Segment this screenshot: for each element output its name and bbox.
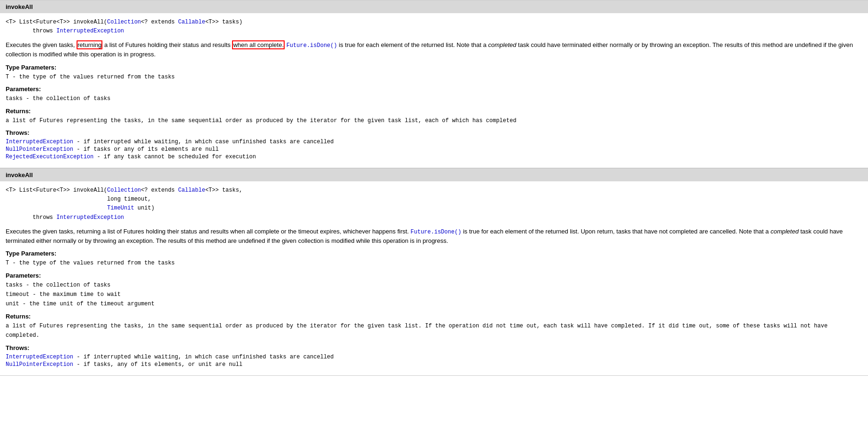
future-isdone-2: Future.isDone() bbox=[411, 229, 461, 235]
returns-label-1: Returns: bbox=[6, 108, 862, 115]
signature-2: <T> List<Future<T>> invokeAll(Collection… bbox=[6, 186, 862, 222]
throw-item-1: InterruptedException - if interrupted wh… bbox=[6, 138, 862, 145]
params-label-2: Parameters: bbox=[6, 272, 862, 279]
rejected-execution-exception-link-1[interactable]: RejectedExecutionException bbox=[6, 154, 93, 160]
null-pointer-exception-link-2[interactable]: NullPointerException bbox=[6, 361, 73, 368]
returns-value-2: a list of Futures representing the tasks… bbox=[6, 321, 862, 341]
sig2-line2: long timeout, bbox=[6, 196, 151, 202]
returns-label-2: Returns: bbox=[6, 313, 862, 320]
sig-callable-link[interactable]: Callable bbox=[178, 19, 205, 25]
param-tasks-2: tasks - the collection of tasks bbox=[6, 280, 862, 290]
throw-text-4: - if interrupted while waiting, in which… bbox=[73, 354, 334, 360]
throw-item-5: NullPointerException - if tasks, any of … bbox=[6, 360, 862, 368]
params-label-1: Parameters: bbox=[6, 85, 862, 93]
type-params-label-1: Type Parameters: bbox=[6, 64, 862, 71]
param-timeout-2: timeout - the maximum time to wait bbox=[6, 290, 862, 299]
params-value-1: tasks - the collection of tasks bbox=[6, 94, 862, 103]
type-params-value-1: T - the type of the values returned from… bbox=[6, 72, 862, 82]
sig2-line1: <T> List<Future<T>> invokeAll(Collection… bbox=[6, 187, 242, 194]
params-list-2: tasks - the collection of tasks timeout … bbox=[6, 280, 862, 309]
sig2-interrupted-link[interactable]: InterruptedException bbox=[56, 214, 124, 221]
type-params-value-2: T - the type of the values returned from… bbox=[6, 258, 862, 268]
section-body-1: <T> List<Future<T>> invokeAll(Collection… bbox=[0, 13, 868, 168]
sig2-line3: TimeUnit unit) bbox=[6, 205, 155, 211]
signature-1: <T> List<Future<T>> invokeAll(Collection… bbox=[6, 18, 862, 36]
section-invokeall-2: invokeAll <T> List<Future<T>> invokeAll(… bbox=[0, 168, 868, 376]
type-params-label-2: Type Parameters: bbox=[6, 250, 862, 257]
sig2-throws: throws InterruptedException bbox=[6, 214, 124, 221]
throw-text-5: - if tasks, any of its elements, or unit… bbox=[73, 361, 242, 368]
section-header-2: invokeAll bbox=[0, 168, 868, 181]
throw-text-1: - if interrupted while waiting, in which… bbox=[73, 139, 334, 145]
sig2-timeunit-link[interactable]: TimeUnit bbox=[107, 205, 134, 211]
throw-item-3: RejectedExecutionException - if any task… bbox=[6, 153, 862, 160]
sig2-collection-link[interactable]: Collection bbox=[107, 187, 141, 194]
sig-line1: <T> List<Future<T>> invokeAll(Collection… bbox=[6, 19, 242, 25]
future-isdone-1: Future.isDone() bbox=[287, 42, 337, 49]
throws-label-1: Throws: bbox=[6, 129, 862, 136]
throw-item-4: InterruptedException - if interrupted wh… bbox=[6, 353, 862, 360]
sig-interrupted-link[interactable]: InterruptedException bbox=[56, 28, 124, 34]
throws-list-2: InterruptedException - if interrupted wh… bbox=[6, 353, 862, 368]
interrupted-exception-link-2[interactable]: InterruptedException bbox=[6, 354, 73, 360]
sig-throws: throws InterruptedException bbox=[6, 28, 124, 34]
interrupted-exception-link-1[interactable]: InterruptedException bbox=[6, 139, 73, 145]
section-invokeall-1: invokeAll <T> List<Future<T>> invokeAll(… bbox=[0, 0, 868, 168]
throws-list-1: InterruptedException - if interrupted wh… bbox=[6, 138, 862, 160]
throw-text-2: - if tasks or any of its elements are nu… bbox=[73, 146, 219, 153]
sig2-callable-link[interactable]: Callable bbox=[178, 187, 205, 194]
description-2: Executes the given tasks, returning a li… bbox=[6, 227, 862, 246]
highlight-when-complete: when all complete. bbox=[232, 40, 285, 49]
section-body-2: <T> List<Future<T>> invokeAll(Collection… bbox=[0, 181, 868, 375]
completed-italic-2: completed bbox=[770, 228, 798, 235]
null-pointer-exception-link-1[interactable]: NullPointerException bbox=[6, 146, 73, 153]
sig-collection-link[interactable]: Collection bbox=[107, 19, 141, 25]
throw-text-3: - if any task cannot be scheduled for ex… bbox=[93, 154, 256, 160]
returns-value-1: a list of Futures representing the tasks… bbox=[6, 116, 862, 125]
param-unit-2: unit - the time unit of the timeout argu… bbox=[6, 299, 862, 309]
throws-label-2: Throws: bbox=[6, 344, 862, 351]
highlight-returning: returning bbox=[77, 40, 102, 49]
section-header-1: invokeAll bbox=[0, 0, 868, 13]
description-1: Executes the given tasks, returning a li… bbox=[6, 40, 862, 59]
completed-italic-1: completed bbox=[488, 41, 516, 48]
throw-item-2: NullPointerException - if tasks or any o… bbox=[6, 145, 862, 153]
